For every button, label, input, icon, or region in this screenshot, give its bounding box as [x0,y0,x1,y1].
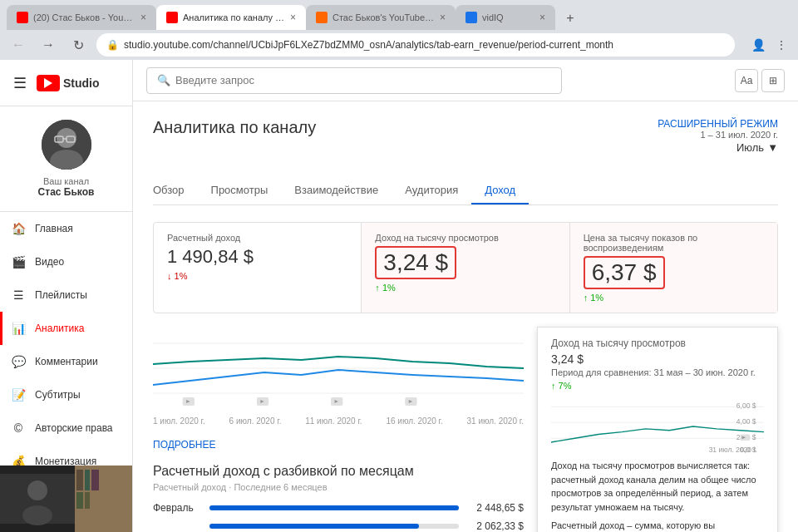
content-header: 🔍 Aa ⊞ [133,60,798,101]
metric-change-1: ↓ 1% [167,271,347,281]
analytics-tabs: Обзор Просмотры Взаимодействие Аудитория… [153,177,778,205]
grid-button[interactable]: ⊞ [761,69,785,92]
date-range: 1 – 31 июл. 2020 г. [658,130,778,140]
main-content: 🔍 Aa ⊞ Аналитика по каналу РАСШИРЕННЫЙ Р… [133,60,798,532]
bar-value-1: 2 062,33 $ [466,520,524,532]
period-selector[interactable]: Июль ▼ [658,141,778,154]
analytics-content: Аналитика по каналу РАСШИРЕННЫЙ РЕЖИМ 1 … [133,101,798,532]
lock-icon: 🔒 [106,39,119,51]
browser-actions: 👤 ⋮ [748,35,791,55]
tab-close-3[interactable]: × [440,12,446,23]
search-bar[interactable]: 🔍 [146,67,562,94]
svg-rect-12 [85,470,90,490]
month-bars: Февраль 2 448,65 $ [153,502,524,532]
new-tab-button[interactable]: + [559,7,582,30]
svg-rect-11 [76,470,83,490]
bar-value-0: 2 448,65 $ [466,502,524,514]
tab-favicon-1 [17,12,28,23]
page-header: Аналитика по каналу РАСШИРЕННЫЙ РЕЖИМ 1 … [153,118,778,167]
chart-svg [153,327,524,410]
metric-label-1: Расчетный доход [167,233,347,243]
metric-change-3: ↑ 1% [584,293,764,303]
mini-chart-svg: 6,00 $ 4,00 $ 2,00 $ 0,0 $ 31 июл. 2020 … [551,397,764,456]
advanced-mode-link[interactable]: РАСШИРЕННЫЙ РЕЖИМ [658,118,778,130]
sidebar-item-analytics[interactable]: 📊 Аналитика [0,312,132,345]
tab-close-2[interactable]: × [290,12,296,23]
studio-text: Studio [63,76,100,90]
tab-close-1[interactable]: × [140,12,146,23]
bar-label-0: Февраль [153,502,203,514]
studio-wrapper: ☰ Studio Ваш канал [0,60,798,532]
sidebar-item-subtitles[interactable]: 📝 Субтитры [0,378,132,411]
bar-row-1: 2 062,33 $ [153,520,524,532]
main-chart [153,327,524,410]
browser-tab-2[interactable]: Аналитика по каналу - YouTub... × [156,5,306,30]
hamburger-icon[interactable]: ☰ [13,74,27,92]
subtitles-icon: 📝 [10,387,27,403]
analytics-icon: 📊 [10,320,27,337]
tooltip-body-2: Расчетный доход – сумма, которую вы зара… [551,519,764,532]
period-label: Июль [736,141,764,154]
sidebar-item-video[interactable]: 🎬 Видео [0,245,132,278]
svg-text:6,00 $: 6,00 $ [736,401,756,410]
sidebar-item-monetization[interactable]: 💰 Монетизация [0,445,132,466]
bar-fill-0 [209,505,459,510]
tab-close-4[interactable]: × [539,12,545,23]
tooltip-body-1: Доход на тысячу просмотров вычисляется т… [551,459,764,514]
monetization-icon: 💰 [10,453,27,466]
tab-favicon-2 [166,12,178,23]
podrobnee-link[interactable]: ПОДРОБНЕЕ [153,439,524,451]
channel-name: Стас Бьков [38,186,95,198]
forward-button[interactable]: → [37,33,60,57]
avatar-svg [42,120,91,170]
chart-label-3: 11 июл. 2020 г. [305,416,362,426]
browser-tab-1[interactable]: (20) Стас Бьков - YouTube × [7,5,156,30]
metrics-row: Расчетный доход 1 490,84 $ ↓ 1% Доход на… [153,222,778,313]
address-bar: ← → ↻ 🔒 studio.youtube.com/channel/UCbiJ… [0,30,798,60]
svg-text:31 июл. 2020 г.: 31 июл. 2020 г. [709,446,757,454]
grid-icon: ⊞ [769,75,777,86]
youtube-play-triangle [44,78,52,88]
period-dropdown-arrow[interactable]: ▼ [767,141,778,154]
nav-label-playlists: Плейлисты [35,289,87,301]
browser-tab-3[interactable]: Стас Бьков's YouTube Stats (Su... × [306,5,456,30]
refresh-button[interactable]: ↻ [66,33,90,57]
tab-favicon-4 [466,12,477,23]
metric-value-2: 3,24 $ [383,249,448,276]
tab-audience[interactable]: Аудитория [392,177,471,204]
channel-info: Ваш канал Стас Бьков [0,106,132,212]
tooltip-period: Период для сравнения: 31 мая – 30 июн. 2… [551,367,764,377]
search-input[interactable] [175,74,551,86]
sidebar-item-copyright[interactable]: © Авторские права [0,411,132,445]
bar-row-0: Февраль 2 448,65 $ [153,502,524,514]
profile-button[interactable]: 👤 [748,35,768,55]
sidebar-item-playlists[interactable]: ☰ Плейлисты [0,278,132,312]
nav-label-copyright: Авторские права [35,422,113,434]
studio-header: ☰ Studio [0,60,132,106]
sidebar-item-home[interactable]: 🏠 Главная [0,212,132,245]
comments-icon: 💬 [10,353,27,370]
browser-tab-4[interactable]: vidIQ × [456,5,555,30]
tab-views[interactable]: Просмотры [198,177,282,204]
tab-overview[interactable]: Обзор [153,177,198,204]
chart-label-2: 6 июл. 2020 г. [229,416,282,426]
svg-rect-14 [76,492,83,509]
tab-interaction[interactable]: Взаимодействие [281,177,392,204]
metric-change-2: ↑ 1% [375,283,555,293]
section-subtitle: Расчетный доход · Последние 6 месяцев [153,482,524,492]
metric-estimated-revenue: Расчетный доход 1 490,84 $ ↓ 1% [154,223,362,313]
tab-title-2: Аналитика по каналу - YouTub... [183,12,287,22]
menu-button[interactable]: ⋮ [771,35,791,55]
url-bar[interactable]: 🔒 studio.youtube.com/channel/UCbiJpF6LXe… [96,33,735,57]
nav-label-home: Главная [35,223,73,234]
youtube-logo-icon [37,75,60,91]
tab-revenue[interactable]: Доход [471,177,529,204]
chart-labels: 1 июл. 2020 г. 6 июл. 2020 г. 11 июл. 20… [153,416,524,426]
sidebar-item-comments[interactable]: 💬 Комментарии [0,345,132,378]
info-tooltip: Доход на тысячу просмотров 3,24 $ Период… [537,327,778,532]
tooltip-title: Доход на тысячу просмотров [551,337,764,349]
header-right: РАСШИРЕННЫЙ РЕЖИМ 1 – 31 июл. 2020 г. Ию… [658,118,778,167]
back-button[interactable]: ← [7,33,30,57]
translate-button[interactable]: Aa [735,69,758,92]
nav-label-comments: Комментарии [35,356,98,367]
